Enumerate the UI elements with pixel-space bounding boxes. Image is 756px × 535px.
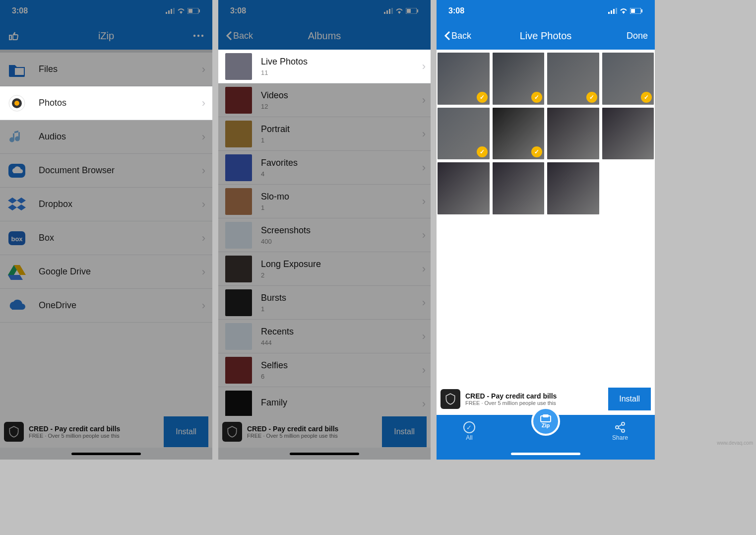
wifi-icon: [395, 8, 404, 14]
album-row-screenshots[interactable]: Screenshots400›: [218, 218, 431, 252]
chevron-right-icon: ›: [422, 195, 426, 208]
gdrive-icon: [7, 262, 27, 282]
source-row-box[interactable]: boxBox›: [0, 221, 212, 255]
album-title: Slo-mo: [261, 192, 422, 202]
chevron-right-icon: ›: [202, 299, 205, 312]
album-row-live-photos[interactable]: Live Photos11›: [218, 50, 431, 83]
chevron-right-icon: ›: [422, 330, 426, 343]
screen-izip-home: 3:08 iZip Files›Photos›A: [0, 0, 212, 460]
album-row-bursts[interactable]: Bursts1›: [218, 286, 431, 320]
source-row-onedrive[interactable]: OneDrive›: [0, 289, 212, 323]
zip-button[interactable]: Zip: [531, 407, 560, 436]
thumbs-up-icon[interactable]: [7, 29, 21, 43]
row-label: OneDrive: [39, 300, 202, 311]
share-icon: [614, 421, 626, 433]
album-count: 4: [261, 170, 422, 178]
status-time: 3:08: [230, 6, 246, 15]
photo-thumbnail[interactable]: ✓: [438, 108, 490, 160]
album-row-slo-mo[interactable]: Slo-mo1›: [218, 185, 431, 218]
chevron-right-icon: ›: [202, 97, 205, 110]
svg-rect-1: [168, 10, 170, 14]
back-button[interactable]: Back: [225, 31, 253, 41]
status-bar: 3:08: [218, 0, 431, 22]
photo-thumbnail[interactable]: ✓: [493, 53, 545, 105]
svg-rect-18: [386, 10, 388, 14]
photo-thumbnail[interactable]: ✓: [602, 53, 654, 105]
ad-app-icon: [441, 389, 460, 409]
chevron-right-icon: ›: [202, 131, 205, 143]
ad-install-button[interactable]: Install: [164, 416, 208, 447]
svg-rect-5: [189, 9, 192, 13]
album-count: 12: [261, 103, 422, 110]
svg-point-13: [14, 101, 19, 106]
source-row-audios[interactable]: Audios›: [0, 120, 212, 154]
check-circle-icon: ✓: [463, 421, 475, 433]
ad-banner[interactable]: CRED - Pay credit card bills FREE · Over…: [0, 416, 212, 448]
selected-check-icon: ✓: [477, 92, 488, 103]
svg-text:box: box: [11, 235, 23, 243]
toolbar-all[interactable]: ✓ All: [463, 421, 475, 441]
album-title: Bursts: [261, 293, 422, 303]
selected-check-icon: ✓: [531, 92, 542, 103]
photo-thumbnail[interactable]: [438, 162, 490, 214]
status-indicators: [384, 8, 419, 14]
nav-bar: Back Live Photos Done: [437, 22, 655, 50]
home-indicator[interactable]: [511, 453, 580, 455]
done-button[interactable]: Done: [627, 31, 648, 41]
photo-thumbnail[interactable]: ✓: [438, 53, 490, 105]
back-label: Back: [451, 31, 471, 41]
back-label: Back: [233, 31, 253, 41]
album-row-family[interactable]: Family›: [218, 387, 431, 416]
source-row-dropbox[interactable]: Dropbox›: [0, 188, 212, 221]
svg-rect-29: [631, 9, 635, 13]
svg-rect-17: [384, 12, 385, 14]
more-icon[interactable]: [191, 29, 205, 43]
selected-check-icon: ✓: [641, 92, 652, 103]
chevron-right-icon: ›: [422, 94, 426, 107]
home-indicator[interactable]: [71, 453, 141, 455]
home-indicator[interactable]: [290, 453, 359, 455]
album-row-long-exposure[interactable]: Long Exposure2›: [218, 252, 431, 286]
photo-thumbnail[interactable]: [547, 162, 599, 214]
source-row-photos[interactable]: Photos›: [0, 86, 212, 120]
chevron-right-icon: ›: [202, 164, 205, 177]
album-title: Selfies: [261, 360, 422, 371]
photo-thumbnail[interactable]: ✓: [547, 53, 599, 105]
album-row-recents[interactable]: Recents444›: [218, 320, 431, 353]
photo-thumbnail[interactable]: ✓: [493, 108, 545, 160]
ad-subtitle: FREE · Over 5 million people use this: [465, 400, 603, 406]
status-bar: 3:08: [437, 0, 655, 22]
source-row-files[interactable]: Files›: [0, 53, 212, 86]
source-row-document-browser[interactable]: Document Browser›: [0, 154, 212, 188]
chevron-right-icon: ›: [422, 364, 426, 377]
source-row-google-drive[interactable]: Google Drive›: [0, 255, 212, 289]
album-row-videos[interactable]: Videos12›: [218, 83, 431, 117]
chevron-right-icon: ›: [202, 63, 205, 76]
photo-thumbnail[interactable]: [493, 162, 545, 214]
signal-icon: [608, 8, 617, 14]
ad-install-button[interactable]: Install: [608, 388, 651, 410]
photo-thumbnail[interactable]: [547, 108, 599, 160]
chevron-right-icon: ›: [202, 266, 205, 278]
album-title: Long Exposure: [261, 259, 422, 269]
back-button[interactable]: Back: [443, 31, 471, 41]
battery-icon: [406, 8, 419, 14]
box-icon: box: [7, 228, 27, 248]
album-row-selfies[interactable]: Selfies6›: [218, 353, 431, 387]
album-thumbnail: [225, 391, 252, 416]
album-thumbnail: [225, 323, 252, 350]
album-row-favorites[interactable]: Favorites4›: [218, 151, 431, 185]
toolbar-share[interactable]: Share: [612, 421, 628, 441]
ad-install-button[interactable]: Install: [382, 416, 427, 447]
svg-point-33: [622, 429, 625, 432]
svg-rect-23: [417, 9, 418, 12]
nav-title: iZip: [98, 30, 114, 42]
ad-banner[interactable]: CRED - Pay credit card bills FREE · Over…: [218, 416, 431, 448]
album-row-portrait[interactable]: Portrait1›: [218, 117, 431, 151]
ad-title: CRED - Pay credit card bills: [465, 392, 603, 400]
chevron-right-icon: ›: [422, 229, 426, 242]
album-count: 6: [261, 373, 422, 380]
photo-thumbnail[interactable]: [602, 108, 654, 160]
album-title: Favorites: [261, 158, 422, 168]
album-title: Live Photos: [261, 57, 422, 67]
